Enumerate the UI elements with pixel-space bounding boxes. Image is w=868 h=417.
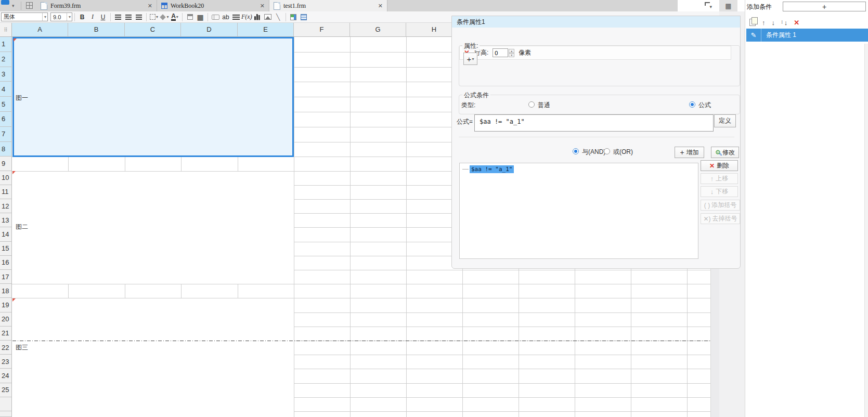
collapse-toolbar-icon[interactable]: ▾ [705, 2, 711, 8]
tab-Form39.frm[interactable]: Form39.frm✕ [36, 0, 157, 11]
radio-formula[interactable] [689, 101, 695, 108]
line-tool-button[interactable]: ╲ [273, 12, 283, 22]
image-button[interactable] [263, 12, 273, 22]
panel-scrollbar[interactable] [864, 44, 868, 417]
row-header-1[interactable]: 1 [0, 37, 12, 52]
row-header-13[interactable]: 13 [0, 213, 12, 227]
radio-or[interactable] [604, 148, 610, 154]
add-bracket-button[interactable]: ( ) 添加括号 [701, 200, 740, 211]
row-header-18[interactable]: 18 [0, 284, 12, 298]
row-header-25[interactable]: 25 [0, 383, 12, 397]
row-header-7[interactable]: 7 [0, 127, 12, 142]
underline-button[interactable]: U [98, 12, 108, 22]
formula-input[interactable]: $aa != "a_1" [474, 114, 714, 132]
sort-icon[interactable]: ⠇ ↓ [781, 19, 787, 27]
font-color-button[interactable]: A▾ [170, 12, 180, 22]
radio-and[interactable] [573, 148, 579, 154]
delete-condition-icon[interactable]: ✕ [794, 19, 799, 27]
column-header-A[interactable]: A [12, 23, 68, 37]
font-size-select[interactable]: 9.0 ▾ [50, 12, 72, 21]
radio-normal[interactable] [528, 101, 535, 108]
row-header-14[interactable]: 14 [0, 227, 12, 241]
tab-test1.frm[interactable]: test1.frm✕ [269, 0, 387, 11]
align-left-button[interactable] [113, 12, 123, 22]
row-height-input[interactable] [493, 48, 508, 57]
column-header-B[interactable]: B [68, 23, 125, 37]
row-header-3[interactable]: 3 [0, 67, 12, 82]
row-header-17[interactable]: 17 [0, 270, 12, 284]
selected-cell-range[interactable] [12, 37, 294, 157]
formula-button[interactable]: F(x) [241, 12, 252, 22]
row-header-9[interactable]: 9 [0, 157, 12, 171]
column-header-D[interactable]: D [181, 23, 238, 37]
add-attribute-button[interactable]: + ▾ [463, 53, 477, 65]
close-icon[interactable]: ✕ [138, 3, 152, 9]
row-header-27[interactable] [0, 411, 12, 417]
row-header-8[interactable]: 8 [0, 142, 12, 157]
text-widget-button[interactable] [210, 12, 221, 22]
border-button[interactable]: ▾ [149, 12, 159, 22]
condition-expression-list[interactable]: $aa != "a_1" [459, 163, 698, 259]
merge-cell-button[interactable] [185, 12, 195, 22]
modify-expression-button[interactable]: ⚙✎ 修改 [711, 147, 739, 158]
delete-expression-button[interactable]: ✕ 删除 [701, 160, 738, 171]
row-header-16[interactable]: 16 [0, 256, 12, 270]
column-header-F[interactable]: F [294, 23, 350, 37]
copy-icon[interactable] [749, 19, 756, 26]
column-header-C[interactable]: C [125, 23, 181, 37]
add-condition-button[interactable]: + [783, 2, 866, 11]
radio-formula-label[interactable]: 公式 [698, 101, 711, 110]
spin-down-icon[interactable]: ▼ [509, 53, 514, 57]
radio-and-label[interactable]: 与(AND) [582, 148, 605, 157]
row-header-26[interactable] [0, 397, 12, 411]
grid-corner-cell[interactable]: ⠿ [0, 23, 12, 37]
add-condition-expression-button[interactable]: + 增加 [675, 147, 704, 158]
define-button[interactable]: 定义 [714, 114, 736, 127]
move-down-icon[interactable]: ↓ [772, 19, 775, 27]
panel-toggle-icon[interactable]: ▦ [719, 0, 737, 11]
row-header-23[interactable]: 23 [0, 355, 12, 369]
column-header-G[interactable]: G [350, 23, 406, 37]
radio-normal-label[interactable]: 普通 [538, 101, 550, 110]
row-header-6[interactable]: 6 [0, 112, 12, 127]
remove-bracket-button[interactable]: ✕) 去掉括号 [701, 213, 740, 224]
close-icon[interactable]: ✕ [251, 3, 265, 9]
condition-item-selected[interactable]: ✎ 条件属性 1 [746, 29, 868, 42]
close-icon[interactable]: ✕ [369, 3, 383, 9]
radio-or-label[interactable]: 或(OR) [613, 148, 633, 157]
row-header-4[interactable]: 4 [0, 82, 12, 97]
richtext-button[interactable]: ab [221, 12, 231, 22]
row-header-22[interactable]: 22 [0, 341, 12, 355]
align-right-button[interactable] [134, 12, 144, 22]
new-report-icon[interactable] [26, 2, 33, 9]
row-header-24[interactable]: 24 [0, 369, 12, 383]
row-header-2[interactable]: 2 [0, 52, 12, 67]
row-header-10[interactable]: 10 [0, 171, 12, 185]
row-header-11[interactable]: 11 [0, 185, 12, 199]
italic-button[interactable]: I [87, 12, 98, 22]
font-family-select[interactable]: 黑体 ▾ [1, 12, 48, 21]
table-panel-button[interactable] [299, 12, 309, 22]
cell-a19-label[interactable]: 图三 [16, 343, 28, 352]
spin-up-icon[interactable]: ▲ [509, 49, 514, 53]
column-header-E[interactable]: E [238, 23, 294, 37]
move-up-button[interactable]: ↑ 上移 [701, 173, 738, 184]
row-header-19[interactable]: 19 [0, 298, 12, 312]
paragraph-button[interactable] [231, 12, 241, 22]
row-height-spinner[interactable]: ▲ ▼ [509, 49, 514, 57]
row-header-12[interactable]: 12 [0, 199, 12, 213]
cell-a10-label[interactable]: 图二 [16, 223, 28, 231]
row-header-15[interactable]: 15 [0, 242, 12, 256]
cell-style-button[interactable]: ▦ [195, 12, 205, 22]
condition-list-item-selected[interactable]: $aa != "a_1" [470, 165, 514, 173]
fill-color-button[interactable]: ▾ [159, 12, 170, 22]
chart-button[interactable] [252, 12, 263, 22]
move-up-icon[interactable]: ↑ [762, 19, 766, 27]
tab-list-dropdown-icon[interactable]: ▾ [12, 3, 15, 8]
row-header-21[interactable]: 21 [0, 327, 12, 341]
tab-WorkBook20[interactable]: WorkBook20✕ [157, 0, 269, 11]
dashboard-panel-button[interactable] [288, 12, 299, 22]
pencil-icon[interactable]: ✎ [746, 29, 761, 42]
row-header-20[interactable]: 20 [0, 312, 12, 327]
bold-button[interactable]: B [77, 12, 87, 22]
